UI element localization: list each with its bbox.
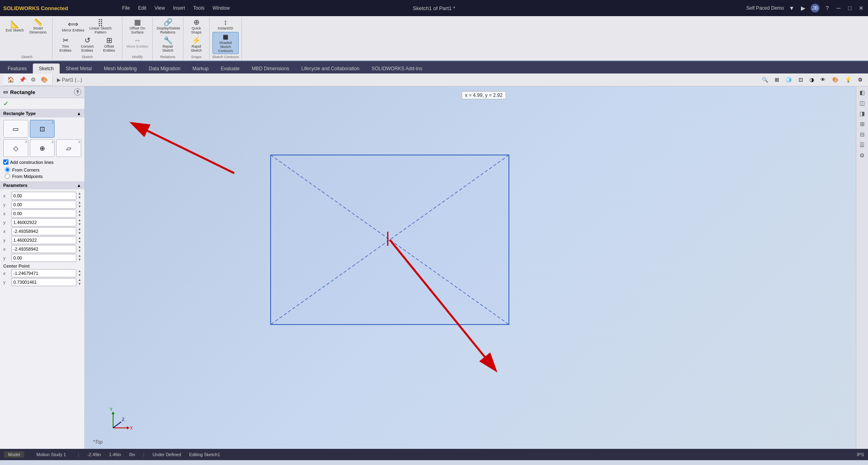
right-panel-btn-1[interactable]: ◧ — [858, 88, 866, 97]
from-corners-radio[interactable] — [5, 167, 10, 172]
smart-dimension-button[interactable]: 📏 Smart Dimension — [26, 18, 50, 35]
view-settings-icon[interactable]: ⚙ — [856, 76, 865, 84]
step-up-1[interactable]: ▲ — [78, 201, 81, 205]
step-down-cx[interactable]: ▼ — [78, 273, 81, 277]
step-up-4[interactable]: ▲ — [78, 227, 81, 231]
settings-icon[interactable]: ⚙ — [29, 75, 38, 84]
center-rect-button[interactable]: ⊡ 2 — [30, 120, 55, 138]
menu-tools[interactable]: Tools — [191, 4, 207, 12]
offset-entities-button[interactable]: ⊞ Offset Entities — [99, 36, 120, 53]
step-down-7[interactable]: ▼ — [78, 258, 81, 262]
panel-help-button[interactable]: ? — [74, 88, 81, 96]
step-down-5[interactable]: ▼ — [78, 240, 81, 244]
step-up-0[interactable]: ▲ — [78, 192, 81, 196]
step-down-cy[interactable]: ▼ — [78, 282, 81, 286]
param-x-input-3[interactable] — [11, 245, 76, 253]
display-relations-button[interactable]: 🔗 Display/Delete Relations — [155, 18, 181, 35]
repair-sketch-button[interactable]: 🔧 Repair Sketch — [155, 36, 181, 53]
linear-pattern-button[interactable]: ⣿ Linear Sketch Pattern — [87, 18, 114, 35]
step-down-3[interactable]: ▼ — [78, 222, 81, 226]
step-up-cy[interactable]: ▲ — [78, 278, 81, 282]
restore-button[interactable]: □ — [846, 4, 853, 12]
tab-evaluate[interactable]: Evaluate — [215, 63, 246, 73]
tab-markup[interactable]: Markup — [187, 63, 215, 73]
palette-icon[interactable]: 🎨 — [39, 75, 49, 84]
zoom-to-fit-icon[interactable]: ⊞ — [773, 76, 781, 84]
right-panel-btn-2[interactable]: ◫ — [858, 98, 866, 107]
help-icon[interactable]: ? — [824, 4, 831, 12]
step-down-2[interactable]: ▼ — [78, 214, 81, 218]
from-midpoints-radio[interactable] — [5, 174, 10, 179]
step-down-6[interactable]: ▼ — [78, 249, 81, 253]
pin-icon[interactable]: 📌 — [17, 75, 27, 84]
right-panel-btn-4[interactable]: ⊞ — [859, 119, 866, 128]
menu-view[interactable]: View — [152, 4, 167, 12]
step-up-7[interactable]: ▲ — [78, 254, 81, 258]
param-y-input-2[interactable] — [11, 236, 76, 244]
search-icon[interactable]: 🔍 — [760, 76, 770, 84]
tab-mesh-modeling[interactable]: Mesh Modeling — [98, 63, 143, 73]
close-button[interactable]: ✕ — [857, 4, 865, 12]
step-down-4[interactable]: ▼ — [78, 231, 81, 235]
tab-lifecycle[interactable]: Lifecycle and Collaboration — [295, 63, 366, 73]
menu-edit[interactable]: Edit — [136, 4, 149, 12]
3pt-corner-rect-button[interactable]: ◇ 3 — [3, 139, 28, 157]
move-entities-button[interactable]: ↔ Move Entities — [125, 36, 150, 49]
hide-show-icon[interactable]: 👁 — [818, 76, 828, 84]
display-style-icon[interactable]: ◑ — [807, 76, 816, 84]
right-panel-btn-5[interactable]: ⊟ — [859, 130, 866, 139]
confirm-button[interactable]: ✓ — [3, 100, 8, 107]
step-up-3[interactable]: ▲ — [78, 218, 81, 222]
parameters-section-header[interactable]: Parameters ▲ — [0, 181, 84, 189]
right-panel-btn-3[interactable]: ◨ — [858, 109, 866, 118]
step-up-cx[interactable]: ▲ — [78, 269, 81, 273]
terminal-icon[interactable]: ▶ — [799, 4, 807, 12]
expand-icon[interactable]: ▼ — [788, 4, 795, 12]
scene-icon[interactable]: 💡 — [843, 76, 853, 84]
appearance-icon[interactable]: 🎨 — [830, 76, 841, 84]
param-y-input-1[interactable] — [11, 218, 76, 226]
instant2d-button[interactable]: ↕ Instant2D — [216, 18, 235, 31]
corner-rect-button[interactable]: ▭ — [3, 120, 28, 138]
right-panel-btn-7[interactable]: ⚙ — [858, 151, 866, 160]
tab-mbd-dimensions[interactable]: MBD Dimensions — [246, 63, 295, 73]
section-view-icon[interactable]: ⊡ — [797, 76, 805, 84]
tab-sheet-metal[interactable]: Sheet Metal — [60, 63, 98, 73]
exit-sketch-button[interactable]: 📐 Exit Sketch — [4, 18, 25, 35]
tab-sketch[interactable]: Sketch — [33, 63, 60, 73]
canvas-area[interactable]: x = 4.99, y = 2.92 — [85, 86, 856, 449]
tab-addins[interactable]: SOLIDWORKS Add-Ins — [366, 63, 428, 73]
parallelogram-button[interactable]: ▱ 3 — [56, 139, 81, 157]
menu-window[interactable]: Window — [210, 4, 232, 12]
step-down-0[interactable]: ▼ — [78, 196, 81, 200]
step-up-6[interactable]: ▲ — [78, 245, 81, 249]
step-up-5[interactable]: ▲ — [78, 236, 81, 240]
construction-checkbox[interactable] — [3, 159, 8, 165]
shaded-contours-button[interactable]: ◼ Shaded Sketch Contours — [212, 32, 239, 54]
trim-entities-button[interactable]: ✂ Trim Entities — [55, 36, 76, 53]
quick-snaps-button[interactable]: ⊕ Quick Snaps — [186, 18, 207, 35]
rect-type-section-header[interactable]: Rectangle Type ▲ — [0, 109, 84, 117]
minimize-button[interactable]: ─ — [835, 4, 842, 12]
param-y-input-0[interactable] — [11, 201, 76, 209]
3pt-center-rect-button[interactable]: ⊕ 3 — [30, 139, 55, 157]
step-up-2[interactable]: ▲ — [78, 209, 81, 214]
offset-surface-button[interactable]: ▦ Offset OnSurface — [128, 18, 147, 35]
center-x-input[interactable] — [11, 269, 76, 277]
param-x-input-0[interactable] — [11, 192, 76, 200]
tab-data-migration[interactable]: Data Migration — [143, 63, 186, 73]
menu-insert[interactable]: Insert — [170, 4, 187, 12]
house-icon[interactable]: 🏠 — [6, 75, 16, 84]
mirror-entities-button[interactable]: ⟺ Mirror Entities — [60, 18, 86, 35]
model-tab[interactable]: Model — [4, 451, 24, 458]
rapid-sketch-button[interactable]: ⚡ Rapid Sketch — [186, 36, 207, 53]
step-down-1[interactable]: ▼ — [78, 205, 81, 209]
param-x-input-1[interactable] — [11, 209, 76, 218]
param-y-input-3[interactable] — [11, 254, 76, 262]
user-icon[interactable]: JB — [811, 4, 820, 13]
motion-study-tab[interactable]: Motion Study 1 — [32, 451, 70, 458]
convert-entities-button[interactable]: ↺ Convert Entities — [77, 36, 98, 53]
right-panel-btn-6[interactable]: ☰ — [858, 140, 866, 149]
tab-features[interactable]: Features — [2, 63, 33, 73]
view-orientation-icon[interactable]: 🧊 — [784, 76, 794, 84]
